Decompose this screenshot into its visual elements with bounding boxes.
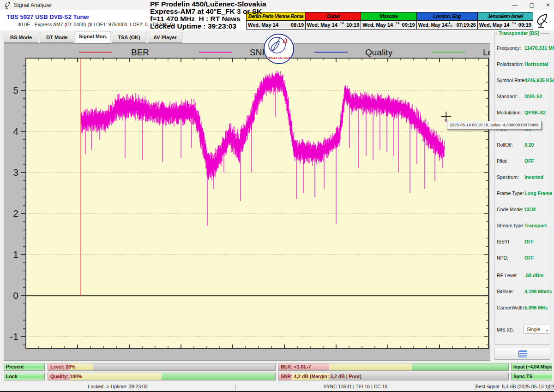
satellite-dish-icon bbox=[535, 12, 551, 30]
status-bar: Locked -> Uptime: 39:23:03 SYNC 13541 | … bbox=[0, 382, 554, 392]
field-label: Spectrum: bbox=[497, 174, 519, 180]
svg-text:5: 5 bbox=[13, 85, 18, 95]
mis-selected-value: Single bbox=[527, 327, 540, 332]
app-icon bbox=[4, 1, 12, 9]
clock-city-label: Jerusalem-Israel bbox=[478, 12, 533, 21]
field-label: CarrierWidth: bbox=[497, 305, 525, 310]
transponder-row: RF Level:-50 dBm bbox=[490, 273, 554, 279]
svg-text:4: 4 bbox=[13, 126, 18, 137]
snr-chart-plot[interactable]: -1012345 bbox=[4, 44, 490, 360]
transponder-row: Modulation:QPSK-S2 bbox=[490, 110, 554, 116]
field-value: Horizontal bbox=[524, 61, 548, 67]
clock-jerusalem: Jerusalem-Israel Wed, May 14 +1 09:19 bbox=[478, 12, 533, 29]
field-value: 11470,331 MHz bbox=[524, 45, 554, 51]
clock-city-label: Dubai bbox=[306, 12, 361, 21]
tab-bs-mode[interactable]: BS Mode bbox=[4, 32, 38, 43]
field-value: OFF bbox=[524, 255, 534, 261]
clock-time: 09:19 bbox=[402, 22, 415, 28]
clock-utc-offset: +1 bbox=[393, 21, 402, 25]
svg-text:-1: -1 bbox=[10, 331, 18, 342]
legend-label: BER bbox=[131, 48, 149, 58]
clock-city-label: London, Eng bbox=[417, 12, 477, 21]
field-label: NPD: bbox=[497, 255, 508, 261]
resize-grip[interactable] bbox=[547, 385, 553, 391]
status-uptime: Locked -> Uptime: 39:23:03 bbox=[0, 384, 235, 389]
ber-bar: BER: <1.0E-7 bbox=[278, 363, 509, 371]
field-label: ISSYI bbox=[497, 239, 509, 244]
site-info-line: f=11 470 MHz_H : RT News bbox=[150, 15, 266, 23]
field-value: 4,199 Mbit/s bbox=[524, 289, 552, 294]
tuner-details: 40.0E - Express AM7 (ID: 0400) @ LOF1: 9… bbox=[18, 22, 173, 27]
field-label: Code Mode: bbox=[497, 207, 523, 212]
transponder-row: Polarization:Horizontal bbox=[490, 61, 554, 68]
field-value: 0.20 bbox=[524, 142, 534, 148]
clock-dubai: Dubai Wed, May 14 +2 10:19 bbox=[306, 12, 361, 29]
field-value: Inverted bbox=[524, 174, 543, 180]
field-value: OFF bbox=[524, 239, 534, 244]
site-info-line: PF Prodelin 450/Lučenec-Slovakia bbox=[150, 0, 266, 8]
tab-tsa[interactable]: TSA (OK) bbox=[112, 32, 146, 43]
window-title: Signal Analyzer bbox=[14, 2, 52, 8]
field-value: 4246,935 KS/s bbox=[524, 77, 554, 83]
clock-city-label: Moscow bbox=[361, 12, 416, 21]
signal-chart-panel: -1012345 BER SNR Quality Level bbox=[4, 43, 490, 361]
input-badge: Input (~4,04 Mbps) bbox=[511, 363, 552, 371]
field-label: Stream type: bbox=[497, 223, 524, 228]
transponder-row: CarrierWidth:5,096 MHz bbox=[490, 305, 554, 311]
chart-tooltip: 2025-05-14 08.15.18, value: 4,3000001907… bbox=[447, 121, 542, 130]
clock-dst-label: DST bbox=[446, 24, 452, 28]
clock-date: Wed, May 14 bbox=[479, 22, 510, 28]
field-value: QPSK-S2 bbox=[524, 110, 546, 115]
sync-ts-badge: Sync TS bbox=[511, 373, 552, 380]
tab-av-player[interactable]: AV Player bbox=[148, 32, 182, 43]
minimize-icon[interactable]: — bbox=[508, 0, 522, 10]
world-clocks: Berlin-Paris-Vienna-Roma Wed, May 14 08:… bbox=[246, 12, 533, 30]
transponder-row: Standard:DVB-S2 bbox=[490, 94, 554, 100]
list-icon bbox=[518, 350, 527, 357]
mis-dropdown[interactable]: Single ▾ bbox=[524, 325, 550, 334]
field-value: -50 dBm bbox=[524, 273, 543, 278]
transponder-row: Frame Type:Long Frame bbox=[490, 190, 554, 197]
maximize-icon[interactable]: ▢ bbox=[525, 0, 539, 10]
title-bar: Signal Analyzer — ▢ ✕ bbox=[0, 0, 554, 10]
status-sync: SYNC 13541 | TEI 16 | CC 18 bbox=[235, 384, 476, 389]
dxsatcs-logo-text: DXSATCS.COM bbox=[265, 56, 293, 60]
field-label: Symbol Rate: bbox=[497, 77, 526, 83]
status-best-signal: Best signal: 5,4 dB (2025-05-13 14:19) bbox=[476, 384, 549, 389]
field-value: Long Frame bbox=[524, 190, 552, 196]
clock-time: 07:19:26 bbox=[457, 22, 476, 28]
transponder-list-button[interactable] bbox=[494, 348, 550, 360]
clock-date: Wed, May 14 bbox=[418, 22, 447, 28]
field-label: MIS (0): bbox=[497, 327, 514, 333]
field-label: Frequency: bbox=[497, 45, 521, 51]
field-label: RollOff: bbox=[497, 142, 513, 148]
field-label: RF Level: bbox=[497, 273, 518, 278]
field-value: OFF bbox=[524, 158, 534, 164]
field-value: DVB-S2 bbox=[524, 94, 542, 99]
signal-analyzer-window: { "window": { "title": "Signal Analyzer"… bbox=[0, 0, 554, 392]
transponder-title: Transponder [BS] bbox=[497, 30, 541, 36]
site-info-line: Express-AM7 at 40°E_FK 3 or SK bbox=[150, 8, 266, 15]
level-bar: Level: 20% bbox=[48, 363, 276, 371]
quality-line-swatch bbox=[314, 52, 348, 53]
transponder-row: Frequency:11470,331 MHz bbox=[490, 45, 554, 52]
transponder-row: Stream type:Transport bbox=[490, 223, 554, 229]
tab-signal-mon[interactable]: Signal Mon. bbox=[76, 31, 110, 43]
clock-utc-offset: +2 bbox=[337, 21, 346, 25]
legend-label: Quality bbox=[365, 48, 392, 58]
field-label: Standard: bbox=[497, 94, 518, 99]
clock-date: Wed, May 14 bbox=[362, 22, 393, 28]
present-badge: Present bbox=[4, 363, 45, 371]
svg-text:2: 2 bbox=[13, 208, 18, 219]
transponder-row: BitRate:4,199 Mbit/s bbox=[490, 289, 554, 295]
transponder-row: NPD:OFF bbox=[490, 255, 554, 261]
mode-tabs: BS Mode DT Mode Signal Mon. TSA (OK) AV … bbox=[4, 32, 182, 43]
field-label: Polarization: bbox=[497, 61, 524, 67]
clock-utc-offset: +1 bbox=[509, 21, 518, 25]
dropdown-chevron-icon: ▾ bbox=[546, 327, 548, 335]
close-icon[interactable]: ✕ bbox=[541, 0, 554, 10]
tab-dt-mode[interactable]: DT Mode bbox=[40, 32, 74, 43]
transponder-row: Symbol Rate:4246,935 KS/s bbox=[490, 77, 554, 84]
transponder-panel: Transponder [BS] Frequency:11470,331 MHz… bbox=[490, 30, 554, 362]
svg-text:0: 0 bbox=[13, 290, 18, 301]
